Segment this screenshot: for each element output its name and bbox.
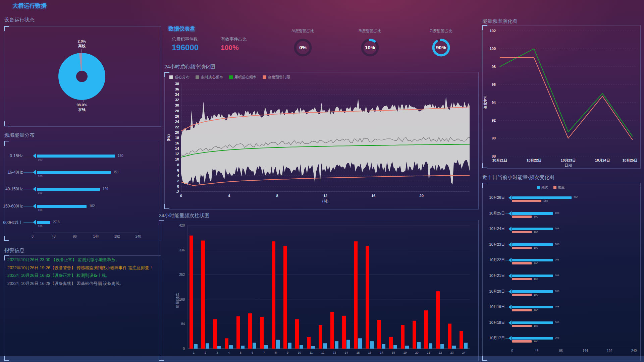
date-label-10月17日: 10月17日 <box>482 336 505 341</box>
slider-value: 160 <box>118 154 123 158</box>
svg-text:24: 24 <box>462 351 465 354</box>
slider-handle[interactable] <box>33 186 36 192</box>
svg-text:26: 26 <box>175 114 179 118</box>
energy-bar <box>512 309 532 311</box>
freq-bar-value: 208 <box>555 212 559 215</box>
row-handle[interactable] <box>508 336 512 341</box>
slider-value: 27.8 <box>53 220 59 224</box>
legend-label: 累积质心频率 <box>234 75 257 80</box>
legend-swatch <box>169 75 173 79</box>
legend-item-频次[interactable]: 频次 <box>537 185 548 190</box>
slider-bar <box>37 155 115 158</box>
energy-bar <box>512 200 541 202</box>
energy-bar-value: 100 <box>534 309 538 312</box>
row-handle[interactable] <box>508 289 512 294</box>
freq-bar-value: 208 <box>555 274 559 277</box>
slider-line <box>23 172 33 173</box>
svg-text:10月24日: 10月24日 <box>595 158 610 162</box>
legend-item-实时质心频率[interactable]: 实时质心频率 <box>196 75 223 80</box>
gauge-0: 0% <box>293 38 313 58</box>
svg-text:23: 23 <box>450 351 453 354</box>
row-handle[interactable] <box>508 211 512 216</box>
alarm-item: 2022年10月26日 19:26【设备警告】 传感器监测到微小破碎事件 需注意… <box>7 264 153 272</box>
legend-label: 频次 <box>541 185 548 190</box>
slider-bar <box>37 171 111 174</box>
tendays-axis-line <box>512 347 634 347</box>
svg-text:(时): (时) <box>322 199 328 203</box>
svg-text:4: 4 <box>177 174 179 178</box>
alarm-item: 2022年10月26日 16:33【设备正常】 检测到设备上线。 <box>7 272 153 280</box>
freq-axis-tick: 144 <box>93 235 99 238</box>
freq-bar <box>512 212 553 215</box>
legend-item-质心分布[interactable]: 质心分布 <box>169 75 190 80</box>
slider-sub-value: 100 <box>38 208 42 212</box>
legend-label: 突发预警门限 <box>268 75 290 80</box>
row-handle[interactable] <box>508 195 512 200</box>
legend-label: 能量 <box>558 185 565 190</box>
row-handle[interactable] <box>508 274 512 278</box>
gauge-value: 0% <box>293 45 313 50</box>
gauge-label-2: C级预警占比 <box>418 28 465 34</box>
freq-axis-tick: 192 <box>114 235 120 238</box>
row-handle[interactable] <box>508 242 512 247</box>
legend-label: 实时质心频率 <box>201 75 223 80</box>
slider-line <box>23 222 33 223</box>
slider-handle[interactable] <box>33 170 36 175</box>
freq-bar <box>512 321 553 324</box>
slider-bar <box>37 221 50 224</box>
gauge-label-1: B级预警占比 <box>346 28 393 34</box>
slider-handle[interactable] <box>33 153 36 159</box>
stat-total-value: 196000 <box>172 43 199 52</box>
slider-value: 102 <box>89 204 95 208</box>
svg-text:12: 12 <box>323 194 327 198</box>
stat-valid-value: 100% <box>221 44 239 52</box>
freq-axis-tick: 240 <box>136 235 141 238</box>
svg-text:20: 20 <box>415 351 418 354</box>
slider-handle[interactable] <box>33 203 36 209</box>
svg-text:30: 30 <box>175 103 179 107</box>
row-handle[interactable] <box>508 227 512 231</box>
freq-bar-value: 208 <box>555 227 559 230</box>
freq-bar <box>512 306 553 308</box>
svg-text:10月22日: 10月22日 <box>527 158 541 162</box>
centroid-legend: 质心分布实时质心频率累积质心频率突发预警门限 <box>169 75 290 80</box>
svg-text:10月23日: 10月23日 <box>561 158 576 162</box>
gauge-value: 10% <box>360 45 380 50</box>
energy-bars-svg: 420336252168840能量|频次12345678910111213141… <box>159 220 478 360</box>
dashboard-root: 大桥运行数据 设备运行状态 频域能量分布 0-15Hz16010016-40Hz… <box>0 0 644 362</box>
energy-bar <box>512 247 532 249</box>
svg-text:28: 28 <box>175 109 179 113</box>
row-handle[interactable] <box>508 305 512 309</box>
freq-axis-tick: 48 <box>52 235 55 238</box>
svg-text:16: 16 <box>175 141 179 145</box>
legend-swatch <box>537 186 540 189</box>
freq-bar <box>512 259 553 261</box>
svg-text:11: 11 <box>310 351 313 354</box>
legend-swatch <box>263 75 266 79</box>
row-handle[interactable] <box>508 258 512 262</box>
legend-item-能量[interactable]: 能量 <box>553 185 565 190</box>
svg-text:8: 8 <box>177 163 179 167</box>
slider-handle[interactable] <box>33 220 36 225</box>
svg-text:88: 88 <box>492 154 496 158</box>
donut-leader-bottom <box>84 100 84 102</box>
svg-text:12: 12 <box>175 152 179 156</box>
legend-item-突发预警门限[interactable]: 突发预警门限 <box>263 75 290 80</box>
energy-bar-value: 100 <box>534 262 538 265</box>
svg-text:9: 9 <box>287 351 288 354</box>
donut-online-label: 98.0%在线 <box>55 103 109 112</box>
energy-bar <box>512 340 532 343</box>
slider-line <box>23 189 33 189</box>
slider-bar <box>37 205 87 208</box>
svg-text:19: 19 <box>403 351 407 354</box>
legend-swatch <box>196 75 199 79</box>
svg-text:14: 14 <box>344 351 348 354</box>
svg-text:3: 3 <box>216 351 218 354</box>
slider-line <box>23 156 33 156</box>
energy-bars-chart: 420336252168840能量|频次12345678910111213141… <box>159 220 478 360</box>
row-handle[interactable] <box>508 320 512 325</box>
legend-label: 质心分布 <box>175 75 190 80</box>
panel-title-centroid: 24小时质心频率演化图 <box>164 64 215 70</box>
svg-text:能量|频次: 能量|频次 <box>175 293 179 308</box>
legend-item-累积质心频率[interactable]: 累积质心频率 <box>229 75 257 80</box>
